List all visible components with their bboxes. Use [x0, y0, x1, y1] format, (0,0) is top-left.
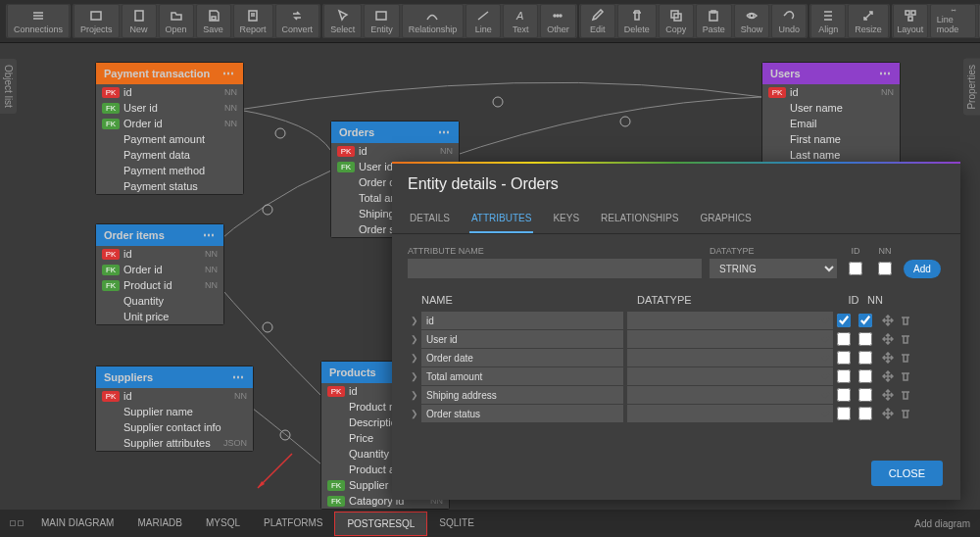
delete-icon[interactable]: [900, 408, 911, 419]
attr-row-type-select[interactable]: [627, 349, 833, 366]
entity-column[interactable]: User name: [762, 100, 900, 116]
attr-row-type-select[interactable]: [627, 386, 833, 404]
attr-row-nn-checkbox[interactable]: [858, 314, 872, 327]
attr-id-checkbox[interactable]: [849, 259, 862, 278]
entity-menu-icon[interactable]: ⋯: [879, 67, 892, 80]
attr-row-nn-checkbox[interactable]: [858, 388, 872, 402]
entity-column[interactable]: Unit price: [96, 309, 223, 324]
toolbar-convert[interactable]: Convert: [275, 4, 320, 38]
entity-column[interactable]: PKidNN: [762, 84, 900, 100]
expand-icon[interactable]: ❯: [408, 371, 421, 381]
toolbar-projects[interactable]: Projects: [74, 4, 120, 38]
toolbar-report[interactable]: Report: [233, 4, 273, 38]
move-icon[interactable]: [882, 408, 894, 419]
attribute-row[interactable]: ❯: [408, 349, 945, 366]
toolbar-line[interactable]: Line: [466, 4, 501, 38]
attr-row-id-checkbox[interactable]: [837, 369, 851, 383]
attribute-row[interactable]: ❯: [408, 312, 945, 329]
toolbar-delete[interactable]: Delete: [617, 4, 657, 38]
entity-menu-icon[interactable]: ⋯: [203, 228, 216, 242]
toolbar-align[interactable]: Align: [810, 4, 846, 38]
panel-tab-attributes[interactable]: ATTRIBUTES: [469, 205, 533, 233]
expand-icon[interactable]: ❯: [408, 353, 421, 363]
diagram-tab-mysql[interactable]: MYSQL: [194, 512, 252, 536]
toolbar-connections[interactable]: Connections: [7, 4, 70, 38]
add-attribute-button[interactable]: Add: [904, 260, 941, 278]
entity-column[interactable]: FKOrder idNN: [96, 262, 223, 277]
panel-tab-relationships[interactable]: RELATIONSHIPS: [599, 205, 680, 233]
move-icon[interactable]: [882, 333, 894, 345]
diagram-tab-sqlite[interactable]: SQLITE: [427, 512, 486, 536]
entity-column[interactable]: Payment status: [96, 178, 243, 194]
entity-column[interactable]: Supplier contact info: [96, 419, 253, 435]
panel-tab-keys[interactable]: KEYS: [551, 205, 581, 233]
attr-row-name-input[interactable]: [421, 349, 623, 366]
attr-row-type-select[interactable]: [627, 405, 833, 422]
toolbar-copy[interactable]: Copy: [659, 4, 694, 38]
entity-header[interactable]: Payment transaction⋯: [96, 63, 243, 84]
attr-row-type-select[interactable]: [627, 312, 833, 329]
attr-row-name-input[interactable]: [421, 405, 623, 422]
move-icon[interactable]: [882, 352, 894, 364]
toolbar-paste[interactable]: Paste: [696, 4, 732, 38]
attribute-row[interactable]: ❯: [408, 405, 945, 422]
entity-column[interactable]: First name: [762, 131, 900, 147]
move-icon[interactable]: [882, 370, 894, 382]
toolbar-other[interactable]: Other: [540, 4, 576, 38]
toolbar-relationship[interactable]: Relationship: [402, 4, 465, 38]
toolbar-layout[interactable]: Layout: [893, 4, 928, 38]
entity-column[interactable]: FKProduct idNN: [96, 277, 223, 293]
entity-column[interactable]: Supplier name: [96, 404, 253, 419]
delete-icon[interactable]: [900, 352, 911, 364]
attr-row-name-input[interactable]: [421, 312, 623, 329]
expand-icon[interactable]: ❯: [408, 334, 421, 344]
entity-column[interactable]: PKidNN: [96, 84, 243, 100]
diagram-tab-postgresql[interactable]: POSTGRESQL: [334, 512, 427, 536]
properties-tab[interactable]: Properties: [963, 59, 980, 116]
entity-column[interactable]: Payment method: [96, 163, 243, 178]
toolbar-show[interactable]: Show: [734, 4, 770, 38]
delete-icon[interactable]: [900, 389, 911, 401]
panel-tab-graphics[interactable]: GRAPHICS: [698, 205, 753, 233]
toolbar-edit[interactable]: Edit: [580, 4, 615, 38]
expand-icon[interactable]: ❯: [408, 316, 421, 325]
entity-menu-icon[interactable]: ⋯: [222, 67, 235, 80]
toolbar-save[interactable]: Save: [196, 4, 231, 38]
entity-menu-icon[interactable]: ⋯: [438, 125, 451, 139]
entity-menu-icon[interactable]: ⋯: [232, 370, 245, 384]
expand-icon[interactable]: ❯: [408, 390, 421, 400]
attribute-row[interactable]: ❯: [408, 367, 945, 385]
attr-row-id-checkbox[interactable]: [837, 388, 851, 402]
panel-tab-details[interactable]: DETAILS: [408, 205, 452, 233]
entity-column[interactable]: FKUser idNN: [96, 100, 243, 116]
attr-row-nn-checkbox[interactable]: [858, 407, 872, 420]
attr-row-id-checkbox[interactable]: [837, 351, 851, 365]
entity-column[interactable]: Payment amount: [96, 131, 243, 147]
expand-icon[interactable]: ❯: [408, 409, 421, 418]
attr-row-nn-checkbox[interactable]: [858, 369, 872, 383]
toolbar-entity[interactable]: Entity: [364, 4, 400, 38]
attr-row-id-checkbox[interactable]: [837, 332, 851, 346]
tabs-menu-icon[interactable]: [10, 520, 24, 526]
attribute-row[interactable]: ❯: [408, 330, 945, 348]
entity-column[interactable]: PKidNN: [96, 246, 223, 262]
toolbar-undo[interactable]: Undo: [771, 4, 807, 38]
delete-icon[interactable]: [900, 315, 911, 326]
entity-header[interactable]: Orders⋯: [331, 122, 459, 143]
move-icon[interactable]: [882, 315, 894, 326]
entity-suppliers[interactable]: Suppliers⋯PKidNNSupplier nameSupplier co…: [96, 366, 253, 451]
attr-row-name-input[interactable]: [421, 386, 623, 404]
attr-nn-checkbox[interactable]: [878, 259, 892, 278]
delete-icon[interactable]: [900, 370, 911, 382]
attr-row-id-checkbox[interactable]: [837, 314, 851, 327]
attr-row-nn-checkbox[interactable]: [858, 332, 872, 346]
attr-type-select[interactable]: STRING: [710, 259, 837, 278]
attr-name-input[interactable]: [408, 259, 702, 278]
attr-row-type-select[interactable]: [627, 367, 833, 385]
delete-icon[interactable]: [900, 333, 911, 345]
entity-column[interactable]: Quantity: [96, 293, 223, 309]
add-diagram-button[interactable]: Add diagram: [914, 518, 970, 529]
close-button[interactable]: CLOSE: [871, 461, 943, 486]
entity-column[interactable]: PKidNN: [96, 388, 253, 404]
entity-header[interactable]: Order items⋯: [96, 224, 223, 246]
